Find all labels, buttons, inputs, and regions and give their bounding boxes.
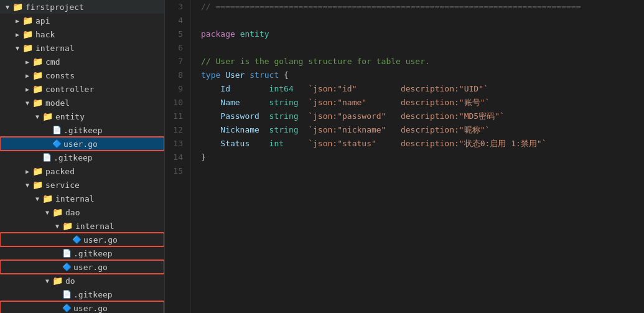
- sidebar-item-dao-internal[interactable]: ▼ 📁 internal: [0, 219, 164, 233]
- sidebar-item-label: .gitkeep: [73, 249, 113, 258]
- go-file-icon: 🔷: [62, 304, 71, 312]
- git-file-icon: 📄: [42, 153, 51, 162]
- file-tree[interactable]: ▼ 📁 firstproject ▶ 📁 api ▶ 📁 hack ▼ 📁 in…: [0, 0, 165, 313]
- sidebar-item-label: entity: [55, 112, 85, 121]
- git-file-icon: 📄: [62, 290, 71, 299]
- code-line-13: Status int `json:"status" description:"状…: [201, 137, 644, 151]
- line-number: 4: [170, 14, 183, 27]
- go-file-icon: 🔷: [72, 235, 81, 244]
- sidebar-item-label: user.go: [63, 139, 98, 149]
- sidebar-item-firstproject[interactable]: ▼ 📁 firstproject: [0, 0, 164, 14]
- expand-arrow: ▶: [22, 86, 32, 93]
- git-file-icon: 📄: [62, 249, 71, 258]
- line-number: 8: [170, 68, 183, 82]
- line-number: 6: [170, 41, 183, 55]
- sidebar-item-label: do: [65, 276, 75, 286]
- go-file-icon: 🔷: [52, 139, 61, 148]
- expand-arrow: ▼: [2, 4, 12, 11]
- folder-icon: 📁: [22, 43, 33, 53]
- sidebar-item-do[interactable]: ▼ 📁 do: [0, 274, 164, 287]
- sidebar-item-dao-internal-user-go[interactable]: ▶ 🔷 user.go: [0, 233, 164, 246]
- sidebar-item-label: model: [45, 98, 70, 108]
- folder-icon: 📁: [32, 98, 43, 108]
- folder-icon: 📁: [62, 221, 73, 231]
- sidebar-item-model-gitkeep[interactable]: ▶ 📄 .gitkeep: [0, 151, 164, 164]
- code-lines: // =====================================…: [191, 0, 644, 313]
- expand-arrow: ▼: [12, 45, 22, 52]
- folder-icon: 📁: [52, 207, 63, 217]
- code-line-15: [201, 164, 644, 178]
- sidebar-item-model[interactable]: ▼ 📁 model: [0, 96, 164, 110]
- code-line-3: // =====================================…: [201, 0, 644, 14]
- sidebar-item-consts[interactable]: ▶ 📁 consts: [0, 68, 164, 82]
- line-number: 13: [170, 137, 183, 151]
- folder-icon: 📁: [42, 194, 53, 203]
- sidebar-item-entity-user-go[interactable]: ▶ 🔷 user.go: [0, 137, 164, 151]
- sidebar-item-dao-gitkeep[interactable]: ▶ 📄 .gitkeep: [0, 246, 164, 260]
- sidebar-item-label: api: [35, 16, 50, 26]
- sidebar-item-service[interactable]: ▼ 📁 service: [0, 178, 164, 192]
- expand-arrow: ▼: [42, 209, 52, 216]
- sidebar-item-service-internal[interactable]: ▼ 📁 internal: [0, 192, 164, 205]
- expand-arrow: ▼: [22, 182, 32, 189]
- line-number: 14: [170, 151, 183, 164]
- sidebar-item-label: .gitkeep: [54, 153, 93, 162]
- folder-icon: 📁: [42, 111, 53, 121]
- line-numbers: 3 4 5 6 7 8 9 10 11 12 13 14 15: [165, 0, 191, 313]
- sidebar-item-label: user.go: [83, 235, 118, 245]
- line-number: 7: [170, 55, 183, 68]
- expand-arrow: ▶: [12, 17, 22, 24]
- sidebar-item-label: packed: [45, 167, 75, 176]
- code-line-7: // User is the golang structure for tabl…: [201, 55, 644, 68]
- code-line-11: Password string `json:"password" descrip…: [201, 110, 644, 123]
- sidebar-item-label: user.go: [73, 304, 108, 313]
- line-number: 3: [170, 0, 183, 14]
- sidebar-item-label: controller: [45, 85, 94, 94]
- line-number: 15: [170, 164, 183, 178]
- sidebar-item-cmd[interactable]: ▶ 📁 cmd: [0, 55, 164, 68]
- sidebar-item-hack[interactable]: ▶ 📁 hack: [0, 27, 164, 41]
- sidebar-item-label: firstproject: [26, 2, 84, 12]
- code-line-6: [201, 41, 644, 55]
- sidebar-item-internal[interactable]: ▼ 📁 internal: [0, 41, 164, 55]
- sidebar-item-label: .gitkeep: [73, 290, 113, 299]
- folder-icon: 📁: [32, 70, 43, 80]
- sidebar-item-dao[interactable]: ▼ 📁 dao: [0, 205, 164, 219]
- expand-arrow: ▼: [32, 195, 42, 202]
- folder-icon: 📁: [32, 84, 43, 94]
- sidebar-item-label: internal: [75, 222, 114, 231]
- sidebar-item-do-gitkeep[interactable]: ▶ 📄 .gitkeep: [0, 287, 164, 301]
- expand-arrow: ▼: [42, 278, 52, 284]
- sidebar-item-label: hack: [35, 30, 55, 39]
- line-number: 9: [170, 82, 183, 96]
- sidebar-item-label: dao: [65, 208, 80, 217]
- folder-icon: 📁: [32, 166, 43, 176]
- code-line-12: Nickname string `json:"nickname" descrip…: [201, 123, 644, 137]
- sidebar-item-label: service: [45, 180, 80, 190]
- sidebar-item-entity[interactable]: ▼ 📁 entity: [0, 110, 164, 123]
- line-number: 12: [170, 123, 183, 137]
- folder-icon: 📁: [32, 57, 43, 67]
- expand-arrow: ▶: [22, 168, 32, 175]
- sidebar-item-label: .gitkeep: [63, 126, 103, 135]
- folder-icon: 📁: [32, 180, 43, 190]
- folder-icon: 📁: [22, 29, 33, 39]
- sidebar-item-do-user-go[interactable]: ▶ 🔷 user.go: [0, 301, 164, 313]
- code-line-9: Id int64 `json:"id" description:"UID"`: [201, 82, 644, 96]
- sidebar-item-label: cmd: [45, 57, 60, 67]
- sidebar-item-controller[interactable]: ▶ 📁 controller: [0, 82, 164, 96]
- expand-arrow: ▼: [22, 100, 32, 106]
- sidebar-item-label: internal: [55, 194, 95, 203]
- go-file-icon: 🔷: [62, 263, 71, 271]
- sidebar-item-dao-user-go[interactable]: ▶ 🔷 user.go: [0, 260, 164, 274]
- git-file-icon: 📄: [52, 126, 61, 134]
- sidebar-item-api[interactable]: ▶ 📁 api: [0, 14, 164, 27]
- sidebar-item-entity-gitkeep[interactable]: ▶ 📄 .gitkeep: [0, 123, 164, 137]
- expand-arrow: ▶: [22, 58, 32, 65]
- line-number: 11: [170, 110, 183, 123]
- code-line-10: Name string `json:"name" description:"账号…: [201, 96, 644, 110]
- expand-arrow: ▶: [22, 72, 32, 79]
- folder-icon: 📁: [52, 276, 63, 286]
- code-line-5: package entity: [201, 27, 644, 41]
- sidebar-item-packed[interactable]: ▶ 📁 packed: [0, 164, 164, 178]
